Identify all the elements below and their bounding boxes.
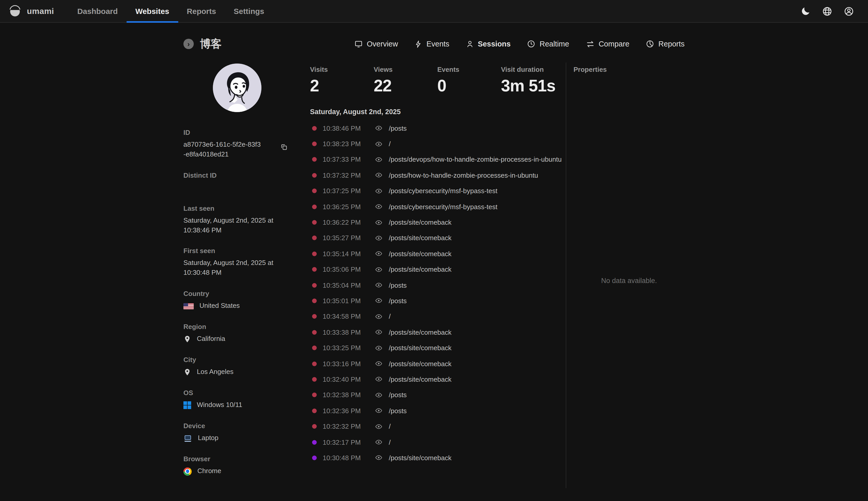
- windows-icon: [183, 401, 191, 409]
- moon-icon: [801, 6, 811, 16]
- lightning-icon: [415, 40, 422, 48]
- visit-color-dot: [312, 345, 316, 350]
- event-time: 10:32:40 PM: [322, 375, 375, 383]
- activity-row: 10:38:46 PM /posts: [310, 120, 566, 136]
- stat-events: Events 0: [437, 66, 501, 96]
- profile-button[interactable]: [842, 4, 856, 18]
- event-time: 10:36:25 PM: [322, 203, 375, 211]
- visit-color-dot: [312, 299, 316, 303]
- visit-color-dot: [312, 220, 316, 225]
- event-path: /: [389, 140, 391, 148]
- event-time: 10:33:25 PM: [322, 344, 375, 352]
- pageview-eye-icon: [375, 454, 382, 461]
- website-link-button[interactable]: ›: [183, 39, 194, 49]
- pageview-eye-icon: [375, 250, 382, 257]
- stat-label: Views: [373, 66, 437, 73]
- activity-log: 10:38:46 PM /posts 10:38:23 PM: [310, 120, 566, 466]
- activity-row: 10:35:01 PM /posts: [310, 293, 566, 309]
- pageview-eye-icon: [375, 344, 382, 351]
- session-info-panel: ID a87073e6-161c-5f2e-83f3-e8fa4018ed21 …: [183, 63, 310, 488]
- tab-sessions[interactable]: Sessions: [466, 40, 510, 48]
- navbar-actions: [799, 4, 856, 18]
- stat-value: 0: [437, 76, 501, 96]
- field-value: Los Angeles: [183, 367, 290, 377]
- page-header: › 博客 Overview Events: [183, 35, 685, 53]
- visit-color-dot: [312, 236, 316, 241]
- activity-row: 10:32:17 PM /: [310, 434, 566, 450]
- language-button[interactable]: [821, 4, 834, 18]
- event-time: 10:32:32 PM: [322, 423, 375, 430]
- activity-row: 10:34:58 PM /: [310, 309, 566, 324]
- theme-toggle-button[interactable]: [799, 4, 812, 18]
- tab-overview[interactable]: Overview: [354, 40, 398, 48]
- tab-events[interactable]: Events: [415, 40, 449, 48]
- tab-label: Sessions: [478, 40, 510, 48]
- pageview-eye-icon: [375, 219, 382, 226]
- activity-date-header: Saturday, August 2nd, 2025: [310, 108, 566, 116]
- event-time: 10:38:23 PM: [322, 140, 375, 148]
- field-label: City: [183, 356, 290, 364]
- pageview-eye-icon: [375, 188, 382, 195]
- stats-row: Visits 2 Views 22 Events 0 Visit duratio…: [310, 66, 566, 96]
- pageview-eye-icon: [375, 360, 382, 367]
- field-label: Region: [183, 323, 290, 331]
- event-path: /: [389, 423, 391, 430]
- nav-item-settings[interactable]: Settings: [225, 0, 273, 22]
- visit-color-dot: [312, 314, 316, 319]
- field-value: California: [183, 334, 290, 344]
- event-path: /posts/site/comeback: [389, 266, 452, 273]
- visit-color-dot: [312, 330, 316, 335]
- event-path: /posts/site/comeback: [389, 234, 452, 242]
- visit-color-dot: [312, 141, 316, 146]
- activity-row: 10:32:38 PM /posts: [310, 387, 566, 403]
- event-time: 10:35:04 PM: [322, 281, 375, 289]
- event-time: 10:32:17 PM: [322, 438, 375, 446]
- activity-row: 10:30:48 PM /posts/site/comeback: [310, 450, 566, 466]
- activity-row: 10:38:23 PM /: [310, 136, 566, 152]
- properties-header: Properties: [573, 66, 685, 73]
- event-path: /posts/site/comeback: [389, 329, 452, 336]
- activity-row: 10:37:32 PM /posts/how-to-handle-zombie-…: [310, 167, 566, 183]
- tab-compare[interactable]: Compare: [586, 40, 629, 48]
- pageview-eye-icon: [375, 203, 382, 210]
- top-navbar: umami Dashboard Websites Reports Setting…: [0, 0, 868, 23]
- nav-item-websites[interactable]: Websites: [127, 0, 178, 22]
- tab-label: Compare: [599, 40, 629, 48]
- stat-label: Visits: [310, 66, 373, 73]
- event-time: 10:37:33 PM: [322, 156, 375, 163]
- pie-icon: [646, 40, 654, 48]
- device-value: Laptop: [198, 433, 219, 443]
- event-time: 10:35:06 PM: [322, 266, 375, 273]
- activity-row: 10:35:27 PM /posts/site/comeback: [310, 230, 566, 246]
- field-last-seen: Last seen Saturday, August 2nd, 2025 at …: [183, 204, 290, 235]
- event-time: 10:35:14 PM: [322, 250, 375, 258]
- tab-label: Events: [426, 40, 449, 48]
- copy-id-button[interactable]: [280, 142, 289, 151]
- activity-row: 10:35:04 PM /posts: [310, 277, 566, 293]
- event-time: 10:36:22 PM: [322, 218, 375, 226]
- field-label: ID: [183, 129, 290, 136]
- tab-label: Reports: [658, 40, 685, 48]
- pageview-eye-icon: [375, 266, 382, 273]
- city-value: Los Angeles: [197, 367, 234, 377]
- website-title-group: › 博客: [183, 37, 222, 51]
- event-time: 10:35:27 PM: [322, 234, 375, 242]
- visit-color-dot: [312, 456, 316, 460]
- tab-realtime[interactable]: Realtime: [527, 40, 569, 48]
- brand[interactable]: umami: [8, 4, 54, 18]
- pageview-eye-icon: [375, 423, 382, 430]
- field-label: Device: [183, 422, 290, 430]
- field-label: OS: [183, 389, 290, 397]
- visit-color-dot: [312, 424, 316, 429]
- nav-item-dashboard[interactable]: Dashboard: [68, 0, 127, 22]
- visit-color-dot: [312, 267, 316, 272]
- globe-icon: [822, 6, 832, 16]
- field-browser: Browser Chrome: [183, 455, 290, 476]
- visit-color-dot: [312, 173, 316, 178]
- pageview-eye-icon: [375, 376, 382, 383]
- event-time: 10:35:01 PM: [322, 297, 375, 305]
- laptop-icon: [183, 435, 192, 442]
- umami-app: umami Dashboard Websites Reports Setting…: [0, 0, 868, 501]
- nav-item-reports[interactable]: Reports: [178, 0, 225, 22]
- tab-reports[interactable]: Reports: [646, 40, 685, 48]
